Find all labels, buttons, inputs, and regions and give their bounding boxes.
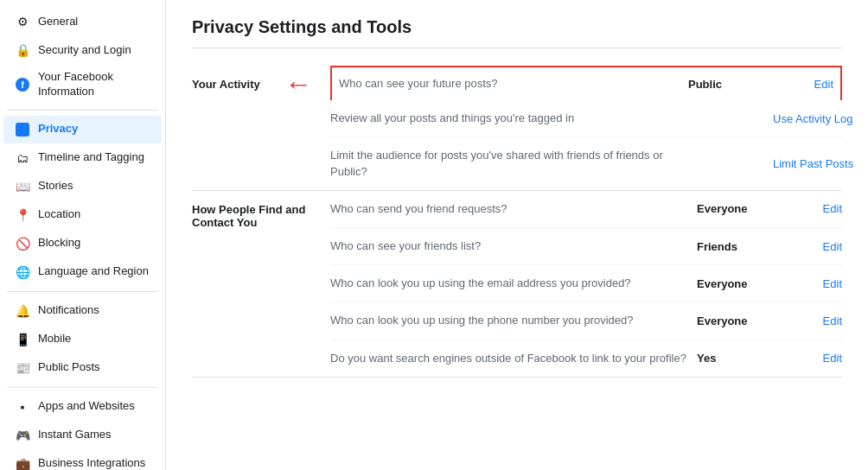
row-action-friend-requests[interactable]: Edit — [773, 202, 842, 215]
games-icon: 🎮 — [14, 427, 31, 444]
sidebar-item-location[interactable]: 📍Location — [3, 201, 162, 229]
sidebar-divider — [7, 387, 158, 388]
row-value-search-engines: Yes — [686, 352, 773, 365]
sidebar-item-label: Your Facebook Information — [38, 70, 151, 99]
mobile-icon: 📱 — [14, 331, 31, 348]
stories-icon: 📖 — [14, 178, 31, 195]
row-action-limit-past-posts[interactable]: Limit Past Posts — [773, 157, 842, 170]
settings-row-future-posts: ←Who can see your future posts?PublicEdi… — [330, 66, 842, 100]
sidebar-item-label: Blocking — [38, 236, 80, 251]
business-icon: 💼 — [14, 455, 31, 470]
row-value-friend-requests: Everyone — [686, 202, 773, 215]
section-rows-your-activity: ←Who can see your future posts?PublicEdi… — [330, 66, 842, 190]
red-arrow-annotation: ← — [284, 68, 312, 100]
row-description-future-posts: Who can see your future posts? — [339, 76, 678, 92]
settings-table: Your Activity←Who can see your future po… — [192, 66, 842, 378]
sidebar-item-label: Mobile — [38, 332, 71, 346]
sidebar-item-public-posts[interactable]: 📰Public Posts — [3, 354, 162, 382]
fb-icon: f — [14, 76, 31, 93]
sidebar-item-security-login[interactable]: 🔒Security and Login — [3, 36, 162, 64]
settings-row-activity-log: Review all your posts and things you're … — [330, 100, 842, 137]
row-value-future-posts: Public — [678, 78, 764, 91]
settings-row-email-lookup: Who can look you up using the email addr… — [330, 265, 842, 302]
page-title: Privacy Settings and Tools — [192, 17, 842, 48]
sidebar-item-apps-websites[interactable]: ▪Apps and Websites — [3, 393, 162, 421]
row-description-friends-list: Who can see your friends list? — [330, 238, 686, 254]
sidebar-item-label: Privacy — [38, 122, 78, 137]
settings-row-friends-list: Who can see your friends list?FriendsEdi… — [330, 228, 842, 265]
settings-section-your-activity: Your Activity←Who can see your future po… — [192, 66, 842, 191]
sidebar-item-general[interactable]: ⚙General — [3, 8, 162, 35]
sidebar-item-mobile[interactable]: 📱Mobile — [3, 326, 162, 353]
sidebar-item-stories[interactable]: 📖Stories — [3, 173, 162, 200]
row-action-activity-log[interactable]: Use Activity Log — [773, 112, 842, 125]
sidebar-item-label: General — [38, 15, 78, 29]
sidebar-item-label: Timeline and Tagging — [38, 150, 144, 165]
row-description-friend-requests: Who can send you friend requests? — [330, 201, 686, 217]
sidebar-item-label: Apps and Websites — [38, 399, 135, 414]
timeline-icon: 🗂 — [14, 149, 31, 167]
shield-icon: 🔒 — [14, 41, 31, 59]
sidebar-item-label: Instant Games — [38, 428, 112, 442]
sidebar-item-your-fb-info[interactable]: fYour Facebook Information — [3, 65, 162, 105]
row-action-future-posts[interactable]: Edit — [764, 78, 833, 91]
sidebar-item-privacy[interactable]: Privacy — [3, 116, 162, 143]
sidebar: ⚙General🔒Security and LoginfYour Faceboo… — [0, 0, 166, 470]
section-label-how-people-find: How People Find and Contact You — [192, 191, 330, 377]
sidebar-item-notifications[interactable]: 🔔Notifications — [3, 297, 162, 325]
row-description-email-lookup: Who can look you up using the email addr… — [330, 276, 686, 291]
sidebar-item-label: Business Integrations — [38, 456, 145, 470]
section-rows-how-people-find: Who can send you friend requests?Everyon… — [330, 191, 842, 377]
settings-section-how-people-find: How People Find and Contact YouWho can s… — [192, 191, 842, 378]
publicposts-icon: 📰 — [14, 359, 31, 377]
row-action-email-lookup[interactable]: Edit — [773, 277, 842, 290]
row-value-friends-list: Friends — [686, 240, 773, 253]
notifications-icon: 🔔 — [14, 302, 31, 320]
sidebar-item-label: Language and Region — [38, 264, 149, 279]
row-action-friends-list[interactable]: Edit — [773, 240, 842, 253]
gear-icon: ⚙ — [14, 13, 31, 30]
sidebar-divider — [7, 291, 158, 292]
row-action-search-engines[interactable]: Edit — [773, 352, 842, 365]
sidebar-item-language-region[interactable]: 🌐Language and Region — [3, 258, 162, 286]
row-description-phone-lookup: Who can look you up using the phone numb… — [330, 313, 686, 328]
privacy-icon — [14, 121, 31, 138]
row-description-search-engines: Do you want search engines outside of Fa… — [330, 351, 686, 366]
sidebar-item-label: Public Posts — [38, 360, 100, 375]
language-icon: 🌐 — [14, 264, 31, 281]
settings-row-friend-requests: Who can send you friend requests?Everyon… — [330, 191, 842, 228]
settings-row-limit-past-posts: Limit the audience for posts you've shar… — [330, 137, 842, 189]
row-value-email-lookup: Everyone — [686, 277, 773, 290]
sidebar-item-blocking[interactable]: 🚫Blocking — [3, 230, 162, 257]
row-value-phone-lookup: Everyone — [686, 314, 773, 327]
row-description-activity-log: Review all your posts and things you're … — [330, 111, 686, 126]
blocking-icon: 🚫 — [14, 235, 31, 252]
row-action-phone-lookup[interactable]: Edit — [773, 314, 842, 327]
apps-icon: ▪ — [14, 398, 31, 416]
sidebar-item-label: Location — [38, 207, 80, 222]
location-icon: 📍 — [14, 206, 31, 224]
sidebar-item-label: Notifications — [38, 303, 99, 318]
sidebar-item-label: Security and Login — [38, 43, 131, 58]
sidebar-item-timeline-tagging[interactable]: 🗂Timeline and Tagging — [3, 144, 162, 172]
sidebar-item-business-integrations[interactable]: 💼Business Integrations — [3, 450, 162, 470]
sidebar-divider — [7, 110, 158, 111]
main-content: Privacy Settings and Tools Your Activity… — [166, 0, 868, 470]
settings-row-search-engines: Do you want search engines outside of Fa… — [330, 340, 842, 377]
sidebar-item-label: Stories — [38, 179, 73, 194]
settings-row-phone-lookup: Who can look you up using the phone numb… — [330, 302, 842, 340]
row-description-limit-past-posts: Limit the audience for posts you've shar… — [330, 148, 686, 179]
sidebar-item-instant-games[interactable]: 🎮Instant Games — [3, 422, 162, 449]
